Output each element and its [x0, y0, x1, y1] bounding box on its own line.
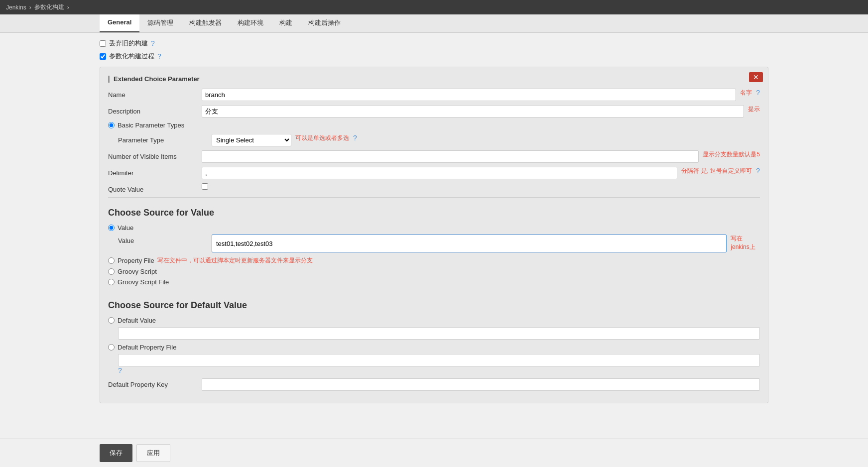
groovy-script-radio-row: Groovy Script	[108, 268, 760, 275]
value-input[interactable]	[212, 234, 727, 252]
tab-triggers[interactable]: 构建触发器	[181, 14, 230, 32]
parametrize-help-icon[interactable]: ?	[157, 52, 161, 60]
groovy-script-file-radio[interactable]	[108, 279, 115, 285]
tab-env[interactable]: 构建环境	[230, 14, 271, 32]
parameter-type-select[interactable]: Single Select Multi Select Check Boxes R…	[212, 134, 291, 146]
discard-builds-checkbox[interactable]	[100, 40, 106, 47]
tab-bar: General 源码管理 构建触发器 构建环境 构建 构建后操作	[0, 14, 868, 33]
value-annotation: 写在jenkins上	[731, 234, 760, 251]
divider	[108, 197, 760, 198]
visible-items-input[interactable]	[202, 150, 699, 163]
description-row: Description 提示	[108, 105, 760, 117]
default-property-file-label: Default Property File	[118, 344, 177, 351]
property-file-radio[interactable]	[108, 257, 115, 264]
description-input[interactable]	[202, 105, 744, 117]
plugin-title: Extended Choice Parameter	[114, 75, 200, 83]
basic-param-types-row: Basic Parameter Types	[108, 121, 760, 129]
param-type-annotation: 可以是单选或者多选	[295, 134, 349, 142]
quote-value-row: Quote Value	[108, 183, 760, 193]
value-radio-label: Value	[118, 224, 133, 232]
default-property-file-radio-row: Default Property File	[108, 344, 760, 351]
value-input-row: Value 写在jenkins上	[118, 234, 760, 252]
delimiter-input[interactable]	[202, 167, 677, 179]
value-radio-row: Value	[108, 224, 760, 232]
param-type-help-icon[interactable]: ?	[353, 134, 357, 142]
discard-help-icon[interactable]: ?	[151, 39, 155, 47]
value-radio[interactable]	[108, 225, 115, 231]
groovy-script-radio[interactable]	[108, 268, 115, 275]
parameter-type-label: Parameter Type	[118, 134, 208, 144]
default-property-key-row: Default Property Key	[108, 378, 760, 391]
value-field-label: Value	[118, 234, 208, 244]
name-input[interactable]	[202, 89, 736, 101]
visible-items-row: Number of Visible Items 显示分支数量默认是5	[108, 150, 760, 163]
groovy-script-label: Groovy Script	[118, 268, 157, 275]
tab-post[interactable]: 构建后操作	[300, 14, 349, 32]
tab-build[interactable]: 构建	[271, 14, 300, 32]
default-property-file-help-icon[interactable]: ?	[118, 366, 122, 374]
delimiter-row: Delimiter 分隔符 是, 逗号自定义即可 ?	[108, 167, 760, 179]
default-property-key-input[interactable]	[202, 378, 760, 391]
breadcrumb-sep2: ›	[67, 4, 69, 11]
value-field-row: Value 写在jenkins上	[118, 234, 760, 252]
default-property-key-label: Default Property Key	[108, 378, 198, 388]
parametrize-label: 参数化构建过程	[109, 52, 154, 61]
parameter-type-row: Parameter Type Single Select Multi Selec…	[118, 134, 760, 146]
divider2	[108, 290, 760, 290]
groovy-script-file-radio-row: Groovy Script File	[108, 278, 760, 286]
plugin-card-header: Extended Choice Parameter	[108, 75, 760, 83]
bottom-bar: 保存 应用	[0, 439, 868, 461]
plugin-card: ✕ Extended Choice Parameter Name 名字 ? De…	[100, 67, 768, 403]
breadcrumb-project[interactable]: 参数化构建	[34, 3, 64, 11]
main-content: 丢弃旧的构建 ? 参数化构建过程 ? ✕ Extended Choice Par…	[0, 33, 868, 461]
delimiter-annotation: 分隔符 是, 逗号自定义即可	[681, 167, 752, 175]
property-file-annotation: 写在文件中，可以通过脚本定时更新服务器文件来显示分支	[157, 256, 313, 265]
name-help-icon[interactable]: ?	[756, 89, 760, 97]
basic-param-types-radio[interactable]	[108, 122, 115, 128]
default-property-file-input[interactable]	[118, 354, 760, 366]
default-value-label: Default Value	[118, 317, 156, 324]
discard-builds-row: 丢弃旧的构建 ?	[100, 39, 768, 48]
breadcrumb-sep1: ›	[29, 4, 31, 11]
delimiter-label: Delimiter	[108, 167, 198, 177]
property-file-label: Property File	[118, 257, 154, 264]
name-label: Name	[108, 89, 198, 99]
description-annotation: 提示	[748, 105, 760, 114]
description-label: Description	[108, 105, 198, 115]
breadcrumb: Jenkins › 参数化构建 ›	[0, 0, 868, 14]
quote-value-label: Quote Value	[108, 183, 198, 193]
default-value-input[interactable]	[118, 327, 760, 340]
visible-items-label: Number of Visible Items	[108, 150, 198, 160]
choose-default-heading: Choose Source for Default Value	[108, 300, 760, 311]
parametrize-checkbox[interactable]	[100, 53, 106, 60]
default-value-radio-row: Default Value	[108, 317, 760, 324]
name-annotation: 名字	[740, 89, 752, 97]
basic-param-types-label: Basic Parameter Types	[118, 121, 184, 129]
property-file-radio-row: Property File 写在文件中，可以通过脚本定时更新服务器文件来显示分支	[108, 256, 760, 265]
default-value-input-row	[118, 327, 760, 340]
breadcrumb-home[interactable]: Jenkins	[6, 4, 26, 11]
default-property-file-radio[interactable]	[108, 344, 115, 350]
save-button[interactable]: 保存	[100, 444, 132, 461]
delimiter-help-icon[interactable]: ?	[756, 167, 760, 175]
discard-builds-label: 丢弃旧的构建	[109, 39, 148, 48]
quote-value-checkbox[interactable]	[202, 183, 208, 190]
parametrize-row: 参数化构建过程 ?	[100, 52, 768, 61]
default-value-radio[interactable]	[108, 317, 115, 324]
close-plugin-button[interactable]: ✕	[749, 72, 763, 82]
tab-source[interactable]: 源码管理	[139, 14, 181, 32]
tab-general[interactable]: General	[100, 14, 139, 32]
apply-button[interactable]: 应用	[136, 444, 170, 461]
default-property-file-input-row: ?	[118, 354, 760, 374]
choose-source-heading: Choose Source for Value	[108, 208, 760, 218]
name-row: Name 名字 ?	[108, 89, 760, 101]
visible-items-annotation: 显示分支数量默认是5	[703, 150, 760, 159]
groovy-script-file-label: Groovy Script File	[118, 278, 169, 286]
